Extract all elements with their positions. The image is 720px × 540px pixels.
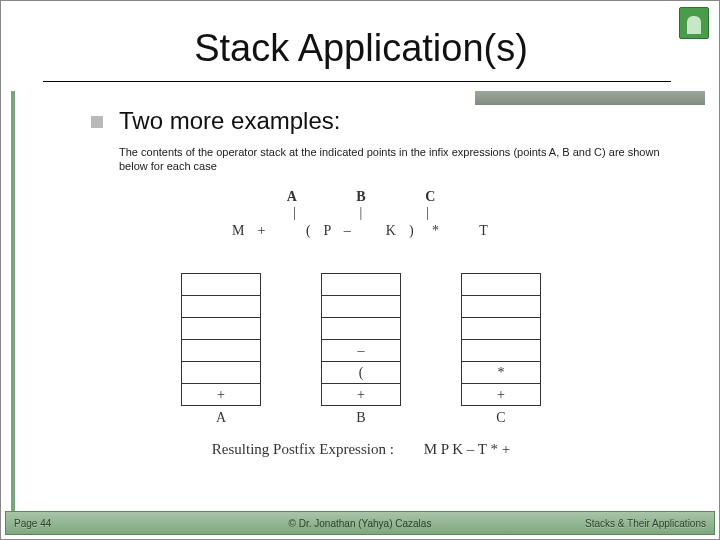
slide-title: Stack Application(s) (1, 27, 720, 70)
tick-mark: | (426, 205, 429, 221)
stack-cell: + (462, 384, 540, 406)
stack-box: * + (461, 273, 541, 406)
result-value: M P K – T * + (424, 441, 511, 457)
stack-box: + (181, 273, 261, 406)
stack-A: + A (181, 273, 261, 426)
bullet-square-icon (91, 116, 103, 128)
stack-label: B (356, 410, 365, 426)
stack-cell (462, 340, 540, 362)
stack-cell (182, 296, 260, 318)
tick-mark: | (360, 205, 363, 221)
footer-right: Stacks & Their Applications (585, 518, 706, 529)
accent-bar (475, 91, 705, 105)
stack-cell (182, 362, 260, 384)
stack-cell (182, 318, 260, 340)
stack-cell (462, 274, 540, 296)
stack-cell (322, 274, 400, 296)
title-underline (43, 81, 671, 82)
stack-cell (462, 318, 540, 340)
expression-diagram: A B C | | | M + ( P – K ) * T (1, 189, 720, 239)
stack-cell: ( (322, 362, 400, 384)
stack-cell (182, 274, 260, 296)
stack-cell: * (462, 362, 540, 384)
point-labels: A B C (1, 189, 720, 205)
point-label: B (356, 189, 365, 205)
stack-cell (462, 296, 540, 318)
result-label: Resulting Postfix Expression : (212, 441, 394, 457)
stacks-row: + A – ( + B * + C (1, 273, 720, 426)
stack-box: – ( + (321, 273, 401, 406)
infix-expression: M + ( P – K ) * T (1, 223, 720, 239)
section-subtext: The contents of the operator stack at th… (119, 145, 679, 174)
footer: Page 44 © Dr. Jonathan (Yahya) Cazalas S… (5, 511, 715, 535)
stack-cell: + (322, 384, 400, 406)
result-line: Resulting Postfix Expression : M P K – T… (1, 441, 720, 458)
slide: Stack Application(s) Two more examples: … (0, 0, 720, 540)
stack-cell (182, 340, 260, 362)
section-heading: Two more examples: (119, 107, 340, 135)
stack-label: C (496, 410, 505, 426)
stack-cell: + (182, 384, 260, 406)
stack-B: – ( + B (321, 273, 401, 426)
point-ticks: | | | (1, 205, 720, 221)
footer-left: Page 44 (14, 518, 51, 529)
stack-cell: – (322, 340, 400, 362)
stack-cell (322, 318, 400, 340)
stack-cell (322, 296, 400, 318)
stack-C: * + C (461, 273, 541, 426)
point-label: A (287, 189, 297, 205)
tick-mark: | (293, 205, 296, 221)
stack-label: A (216, 410, 226, 426)
point-label: C (425, 189, 435, 205)
